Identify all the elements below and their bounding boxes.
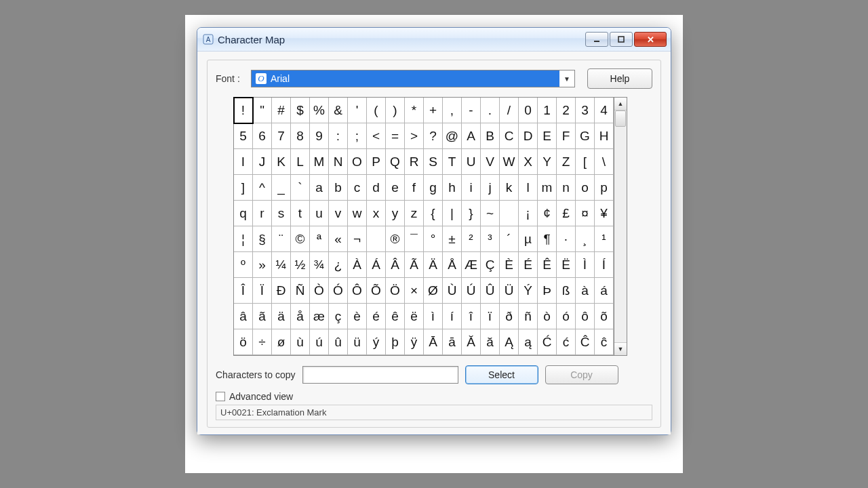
character-cell[interactable]: k	[500, 175, 519, 201]
character-cell[interactable]: Ê	[538, 252, 557, 278]
character-cell[interactable]: Ú	[462, 278, 481, 304]
character-cell[interactable]: Ý	[519, 278, 538, 304]
advanced-view-checkbox[interactable]	[216, 392, 225, 401]
character-cell[interactable]: B	[481, 123, 500, 149]
character-cell[interactable]: @	[443, 123, 462, 149]
character-cell[interactable]: «	[329, 226, 348, 252]
select-button[interactable]: Select	[465, 365, 538, 384]
character-cell[interactable]: ¦	[234, 226, 253, 252]
character-cell[interactable]: ±	[443, 226, 462, 252]
character-cell[interactable]: æ	[310, 304, 329, 329]
character-cell[interactable]: ¹	[595, 226, 614, 252]
character-cell[interactable]: ~	[481, 201, 500, 226]
character-cell[interactable]: þ	[386, 329, 405, 355]
character-cell[interactable]: á	[595, 278, 614, 304]
character-cell[interactable]: Ã	[405, 252, 424, 278]
character-cell[interactable]: ¼	[272, 252, 291, 278]
character-cell[interactable]: 5	[234, 123, 253, 149]
character-cell[interactable]: ¶	[538, 226, 557, 252]
character-cell[interactable]: ¢	[538, 201, 557, 226]
character-cell[interactable]: ¬	[348, 226, 367, 252]
maximize-button[interactable]	[610, 32, 633, 47]
character-cell[interactable]: Y	[538, 149, 557, 175]
character-cell[interactable]: E	[538, 123, 557, 149]
character-cell[interactable]: È	[500, 252, 519, 278]
character-cell[interactable]: ×	[405, 278, 424, 304]
character-cell[interactable]: f	[405, 175, 424, 201]
character-cell[interactable]: H	[595, 123, 614, 149]
character-cell[interactable]: Þ	[538, 278, 557, 304]
help-button[interactable]: Help	[587, 68, 652, 89]
character-cell[interactable]: >	[405, 123, 424, 149]
character-cell[interactable]: D	[519, 123, 538, 149]
character-cell[interactable]: Í	[595, 252, 614, 278]
character-cell[interactable]: s	[272, 201, 291, 226]
character-cell[interactable]: V	[481, 149, 500, 175]
character-cell[interactable]: c	[348, 175, 367, 201]
character-cell[interactable]: 3	[576, 98, 595, 123]
character-cell[interactable]: \	[595, 149, 614, 175]
character-cell[interactable]	[500, 201, 519, 226]
character-cell[interactable]: 0	[519, 98, 538, 123]
character-cell[interactable]: ã	[253, 304, 272, 329]
character-cell[interactable]: `	[291, 175, 310, 201]
character-cell[interactable]: ­	[367, 226, 386, 252]
character-cell[interactable]: ó	[557, 304, 576, 329]
character-cell[interactable]: M	[310, 149, 329, 175]
character-cell[interactable]: +	[424, 98, 443, 123]
character-cell[interactable]: j	[481, 175, 500, 201]
character-cell[interactable]: A	[462, 123, 481, 149]
character-cell[interactable]: ñ	[519, 304, 538, 329]
character-cell[interactable]: ,	[443, 98, 462, 123]
character-cell[interactable]: ø	[272, 329, 291, 355]
character-cell[interactable]: )	[386, 98, 405, 123]
character-cell[interactable]: #	[272, 98, 291, 123]
character-cell[interactable]: }	[462, 201, 481, 226]
character-cell[interactable]: ù	[291, 329, 310, 355]
character-cell[interactable]: Ñ	[291, 278, 310, 304]
character-cell[interactable]: w	[348, 201, 367, 226]
character-cell[interactable]: 1	[538, 98, 557, 123]
character-cell[interactable]: t	[291, 201, 310, 226]
character-cell[interactable]: U	[462, 149, 481, 175]
character-cell[interactable]: í	[443, 304, 462, 329]
character-cell[interactable]: ¤	[576, 201, 595, 226]
character-cell[interactable]: F	[557, 123, 576, 149]
grid-scrollbar[interactable]: ▲ ▼	[614, 97, 627, 356]
character-cell[interactable]: G	[576, 123, 595, 149]
character-cell[interactable]: ?	[424, 123, 443, 149]
character-cell[interactable]: ;	[348, 123, 367, 149]
character-cell[interactable]: °	[424, 226, 443, 252]
character-cell[interactable]: Ü	[500, 278, 519, 304]
titlebar[interactable]: A Character Map ✕	[197, 28, 671, 52]
character-cell[interactable]: ¸	[576, 226, 595, 252]
character-cell[interactable]: q	[234, 201, 253, 226]
character-cell[interactable]: v	[329, 201, 348, 226]
character-cell[interactable]: C	[500, 123, 519, 149]
characters-to-copy-input[interactable]	[302, 366, 458, 384]
character-cell[interactable]: l	[519, 175, 538, 201]
character-cell[interactable]: Ä	[424, 252, 443, 278]
character-cell[interactable]: Ć	[538, 329, 557, 355]
character-cell[interactable]: 6	[253, 123, 272, 149]
character-cell[interactable]: Ô	[348, 278, 367, 304]
character-cell[interactable]: ĉ	[595, 329, 614, 355]
scroll-up-button[interactable]: ▲	[614, 98, 627, 110]
character-cell[interactable]: Ë	[557, 252, 576, 278]
character-cell[interactable]: ¨	[272, 226, 291, 252]
character-cell[interactable]: î	[462, 304, 481, 329]
character-cell[interactable]: |	[443, 201, 462, 226]
character-cell[interactable]: :	[329, 123, 348, 149]
character-grid[interactable]: !"#$%&'()*+,-./0123456789:;<=>?@ABCDEFGH…	[233, 97, 614, 356]
character-cell[interactable]: ¯	[405, 226, 424, 252]
font-combo[interactable]: O Arial ▼	[251, 70, 575, 87]
character-cell[interactable]: P	[367, 149, 386, 175]
character-cell[interactable]: R	[405, 149, 424, 175]
character-cell[interactable]: O	[348, 149, 367, 175]
character-cell[interactable]: é	[367, 304, 386, 329]
character-cell[interactable]: %	[310, 98, 329, 123]
character-cell[interactable]: 9	[310, 123, 329, 149]
character-cell[interactable]: [	[576, 149, 595, 175]
character-cell[interactable]: Ø	[424, 278, 443, 304]
character-cell[interactable]: J	[253, 149, 272, 175]
